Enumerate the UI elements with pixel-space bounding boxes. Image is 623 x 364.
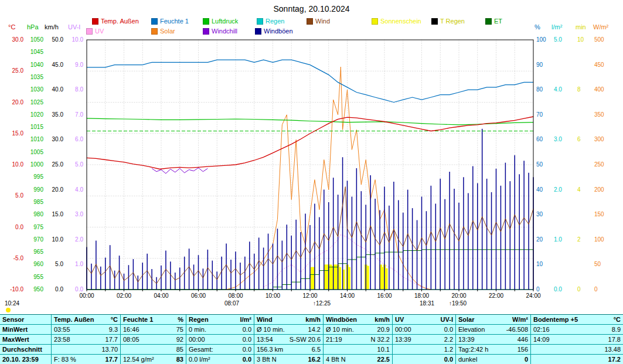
legend-label: ET [494,18,502,25]
svg-text:1010: 1010 [30,136,44,142]
cell-detail: 14:09 [533,335,550,344]
axis-uvi: UV-I10.09.08.07.06.05.04.03.02.01.00.0 [68,23,83,292]
table-cell: 00:000.0 [393,325,456,334]
table-cell: 16:4675 [121,325,186,334]
sun-time-annotation: 10:24 [5,300,19,307]
cell-value: 17.8 [608,335,621,344]
svg-text:970: 970 [33,236,43,243]
svg-text:20.0: 20.0 [52,186,64,193]
svg-text:25.0: 25.0 [52,161,64,168]
t-regen-swatch-icon [431,18,438,25]
table-cell: 14:0917.8 [531,335,623,344]
svg-text:7.0: 7.0 [75,111,83,118]
table-row-maxwert: MaxWert23:5817.708:059200:000.013:54S-SW… [0,335,623,345]
legend-item-et: ET [485,18,502,25]
svg-text:960: 960 [33,261,43,267]
svg-text:6.0: 6.0 [75,136,83,142]
svg-text:04:00: 04:00 [154,292,168,299]
chart-legend: Temp. AußenFeuchte 1LuftdruckRegenWindSo… [0,0,623,38]
svg-text:9.0: 9.0 [75,62,83,68]
legend-label: Solar [160,28,175,35]
svg-text:5.0: 5.0 [15,192,23,199]
svg-text:8.0: 8.0 [75,86,83,93]
svg-text:-10.0: -10.0 [10,286,23,292]
cell-value: 1.2 [444,345,453,354]
axis-hpa: hPa1050104510401035103010251020101510101… [27,23,43,292]
row-name-cell: MaxWert [0,335,52,344]
windb-en-swatch-icon [255,28,261,35]
cell-detail: Elevation [458,325,485,334]
svg-text:40.0: 40.0 [52,86,64,93]
column-label: Bodentemp +5 [533,315,578,324]
cell-value: -46.508 [506,325,528,334]
svg-text:0: 0 [594,286,598,292]
svg-text:300: 300 [594,136,604,142]
svg-text:70: 70 [536,111,543,118]
table-cell: 4 Bft N22.5 [324,355,393,364]
cell-detail: 3 Bft N [257,355,277,364]
uv-swatch-icon [86,28,93,35]
svg-text:450: 450 [594,62,604,68]
column-label: Solar [458,315,475,324]
cell-detail: 21:19 [326,335,342,344]
svg-text:1040: 1040 [30,62,44,68]
table-cell: 23:5817.7 [52,335,121,344]
svg-text:985: 985 [33,199,43,205]
cell-value: 0.0 [243,325,251,334]
cell-value: 0.0 [243,345,251,354]
table-header-cell-solar: SolarW/m² [456,315,531,324]
svg-text:950: 950 [33,286,43,292]
svg-text:22:00: 22:00 [489,292,503,299]
legend-label: Windchill [212,28,237,35]
cell-detail: 13:54 [257,335,273,344]
cell-value: 9.3 [109,325,118,334]
legend-item-regen: Regen [257,18,284,25]
cell-value: 17.2 [608,355,621,364]
table-cell: 1.2 [393,345,456,354]
table-header-cell-sensor: Sensor [0,315,52,324]
svg-text:06:00: 06:00 [191,292,206,299]
axis-pct: %1009080706050403020100 [535,23,546,292]
svg-text:100: 100 [594,236,604,243]
regen-swatch-icon [257,18,263,25]
svg-text:16:00: 16:00 [377,292,391,299]
svg-text:0.0: 0.0 [15,224,23,230]
svg-text:25.0: 25.0 [12,67,24,74]
svg-text:00:00: 00:00 [79,292,94,299]
cell-detail: 16:46 [123,325,139,334]
svg-text:150: 150 [594,211,604,217]
legend-item-solar: Solar [151,28,175,35]
cell-detail: 00:00 [189,335,205,344]
table-cell: Elevation-46.508 [456,325,531,334]
svg-text:6: 6 [577,136,581,142]
svg-text:1035: 1035 [30,74,44,80]
svg-text:8: 8 [577,86,581,93]
column-unit: km/h [375,315,390,324]
cell-value: 0.0 [243,335,251,344]
windchill-swatch-icon [203,28,209,35]
column-unit: % [178,315,183,324]
svg-text:10: 10 [536,261,543,267]
svg-text:1.0: 1.0 [75,261,83,267]
svg-text:12:00: 12:00 [302,292,317,299]
cell-value: 17.7 [105,355,118,364]
svg-text:10.0: 10.0 [52,236,64,243]
svg-text:5.0: 5.0 [75,161,83,168]
table-header-cell-temp-au-en: Temp. Außen°C [52,315,121,324]
svg-text:18:00: 18:00 [414,292,429,299]
series-feuchte1 [87,60,533,102]
legend-item-windb-en: Windböen [255,28,293,35]
cell-value: 13.48 [604,345,621,354]
cell-detail: Gesamt: [189,345,213,354]
svg-text:2: 2 [577,236,581,243]
svg-text:3.0: 3.0 [554,136,562,142]
legend-label: Temp. Außen [101,18,139,25]
table-header-cell-feuchte-1: Feuchte 1% [121,315,186,324]
svg-text:30.0: 30.0 [52,136,64,142]
table-cell: 13:39446 [456,335,531,344]
cell-detail: Ø 10 min. [326,325,354,334]
svg-text:0: 0 [536,286,540,292]
column-label: UV [395,315,404,324]
table-cell: 0.0 [393,355,456,364]
table-cell: 02:168.9 [531,325,623,334]
